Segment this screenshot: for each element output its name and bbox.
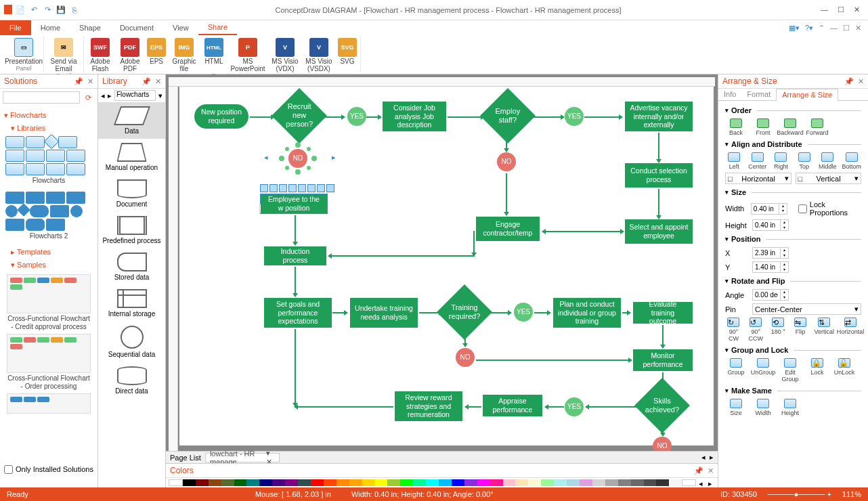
unlock-button[interactable]: 🔓UnLock xyxy=(833,358,855,383)
connector[interactable] xyxy=(464,333,466,347)
connector[interactable] xyxy=(250,116,274,118)
zoom-value[interactable]: 111% xyxy=(842,490,861,498)
node-plan-training[interactable]: Plan and conduct individual or group tra… xyxy=(553,298,621,328)
connector[interactable] xyxy=(534,312,550,313)
distribute-v-dropdown[interactable]: □ Vertical▾ xyxy=(796,173,862,184)
tab-format[interactable]: Format xyxy=(741,89,776,100)
lib-sequential[interactable]: Sequential data xyxy=(98,322,165,362)
colors-scroll-left-icon[interactable]: ◂ xyxy=(696,479,706,486)
ribbon-app-icon[interactable]: ▦▾ xyxy=(789,24,800,32)
colors-scroll-right-icon[interactable]: ▸ xyxy=(706,479,715,486)
rotate-ccw-button[interactable]: ↺90° CCW xyxy=(747,318,764,342)
height-input[interactable]: ▴▾ xyxy=(752,219,789,231)
refresh-icon[interactable]: ⟳ xyxy=(83,93,94,102)
connector[interactable] xyxy=(622,312,630,313)
color-palette[interactable]: ◂ ▸ xyxy=(166,478,718,487)
connector[interactable] xyxy=(487,312,511,313)
section-align[interactable]: Align and Distribute xyxy=(725,140,861,148)
sample-credit-approval[interactable]: Cross-Functional Flowchart - Credit appr… xyxy=(7,274,91,331)
connector[interactable] xyxy=(295,215,296,245)
node-conduct-selection[interactable]: Conduct selection process xyxy=(625,163,693,188)
node-recruit-decision[interactable]: Recruit new person? xyxy=(272,88,327,144)
pin-icon[interactable]: 📌 xyxy=(142,77,151,86)
pin-icon[interactable]: 📌 xyxy=(694,466,703,475)
scroll-right-icon[interactable]: ▸ xyxy=(710,453,714,462)
section-make-same[interactable]: Make Same xyxy=(725,387,861,395)
connector[interactable] xyxy=(658,133,659,162)
lib-data[interactable]: Data xyxy=(98,102,165,139)
align-top-button[interactable]: Top xyxy=(796,152,813,170)
lib-predefined[interactable]: Predefined process xyxy=(98,212,165,248)
sol-templates[interactable]: ▸ Templates xyxy=(4,246,93,259)
node-consider[interactable]: Consider Job analysis Job description xyxy=(383,102,446,131)
only-installed-checkbox[interactable] xyxy=(4,465,13,474)
close-icon[interactable]: ✕ xyxy=(858,77,864,86)
minimize-ribbon-icon[interactable]: — xyxy=(830,24,838,32)
section-rotate[interactable]: Rotate and Flip xyxy=(725,277,861,285)
node-induction[interactable]: Induction process xyxy=(264,246,326,265)
visio-vdx-button[interactable]: VMS Visio (VDX) xyxy=(269,37,301,72)
order-front-button[interactable]: Front xyxy=(752,118,774,136)
close-icon[interactable]: ✕ xyxy=(708,466,714,475)
close-icon[interactable]: ✕ xyxy=(87,77,93,86)
sample-order-processing[interactable]: Cross-Functional Flowchart - Order proce… xyxy=(7,334,91,391)
same-size-button[interactable]: Size xyxy=(725,399,747,416)
connector[interactable] xyxy=(506,137,507,152)
same-height-button[interactable]: Height xyxy=(779,399,801,416)
connector[interactable] xyxy=(601,231,624,232)
selection-quicktools[interactable] xyxy=(260,184,334,192)
rotate-180-button[interactable]: ⟲180 ° xyxy=(770,318,787,342)
lib-manual[interactable]: Manual operation xyxy=(98,139,165,175)
canvas[interactable]: New position required Recruit new person… xyxy=(166,74,718,451)
node-appraise[interactable]: Appraise performance xyxy=(483,395,542,416)
connector[interactable] xyxy=(530,116,564,118)
nav-fwd-icon[interactable]: ▸ xyxy=(108,91,112,100)
connector[interactable] xyxy=(658,189,659,219)
tab-view[interactable]: View xyxy=(163,20,198,35)
svg-button[interactable]: SVGSVG xyxy=(337,37,357,72)
library-dropdown[interactable]: Flowcharts … xyxy=(114,90,156,101)
maximize-button[interactable]: ☐ xyxy=(838,5,844,14)
order-forward-button[interactable]: Forward xyxy=(806,118,828,136)
connector[interactable] xyxy=(295,267,296,297)
powerpoint-button[interactable]: PMS PowerPoint xyxy=(229,37,267,72)
connector[interactable] xyxy=(545,406,564,408)
node-new-position[interactable]: New position required xyxy=(194,104,248,129)
node-set-goals[interactable]: Set goals and performance expectations xyxy=(264,298,332,328)
tab-document[interactable]: Document xyxy=(110,20,163,35)
close-ribbon-icon[interactable]: ✕ xyxy=(855,24,861,32)
section-position[interactable]: Position xyxy=(725,235,861,243)
lib-direct[interactable]: Direct data xyxy=(98,362,165,399)
connector[interactable] xyxy=(476,360,632,361)
angle-input[interactable]: ▴▾ xyxy=(752,289,789,301)
node-training-decision[interactable]: Training required? xyxy=(437,284,492,340)
adobe-pdf-button[interactable]: PDFAdobe PDF xyxy=(116,37,144,72)
width-input[interactable]: ▴▾ xyxy=(751,203,787,215)
pin-icon[interactable]: 📌 xyxy=(844,77,854,86)
editgroup-button[interactable]: Edit Group xyxy=(779,358,801,383)
connector[interactable] xyxy=(322,116,345,118)
adobe-flash-button[interactable]: SWFAdobe Flash xyxy=(87,37,114,72)
connector[interactable] xyxy=(662,325,664,348)
connector[interactable] xyxy=(584,116,622,118)
visio-vsdx-button[interactable]: VMS Visio (VSDX) xyxy=(303,37,334,72)
connector[interactable] xyxy=(662,372,664,385)
restore-ribbon-icon[interactable]: ☐ xyxy=(843,24,850,32)
connector[interactable] xyxy=(506,173,507,215)
flip-v-button[interactable]: ⇅Vertical xyxy=(815,318,835,342)
node-yes-3[interactable]: YES xyxy=(514,303,533,322)
flip-button[interactable]: ⇋Flip xyxy=(792,318,809,342)
minimize-button[interactable]: — xyxy=(821,5,828,14)
shape-grid-flowcharts2[interactable]: Flowcharts 2 xyxy=(4,190,93,246)
align-bottom-button[interactable]: Bottom xyxy=(842,152,861,170)
close-icon[interactable]: ✕ xyxy=(155,77,161,86)
connector[interactable] xyxy=(465,406,481,408)
node-employ-decision[interactable]: Employ staff? xyxy=(480,88,536,144)
lib-document[interactable]: Document xyxy=(98,175,165,212)
connector[interactable] xyxy=(295,329,296,406)
node-advertise[interactable]: Advertise vacancy internally and/or exte… xyxy=(625,102,693,131)
connector[interactable] xyxy=(295,406,393,408)
node-nd[interactable]: ND xyxy=(288,149,307,168)
node-eval-training[interactable]: Evaluate training outcome xyxy=(633,302,693,324)
align-middle-button[interactable]: Middle xyxy=(819,152,837,170)
